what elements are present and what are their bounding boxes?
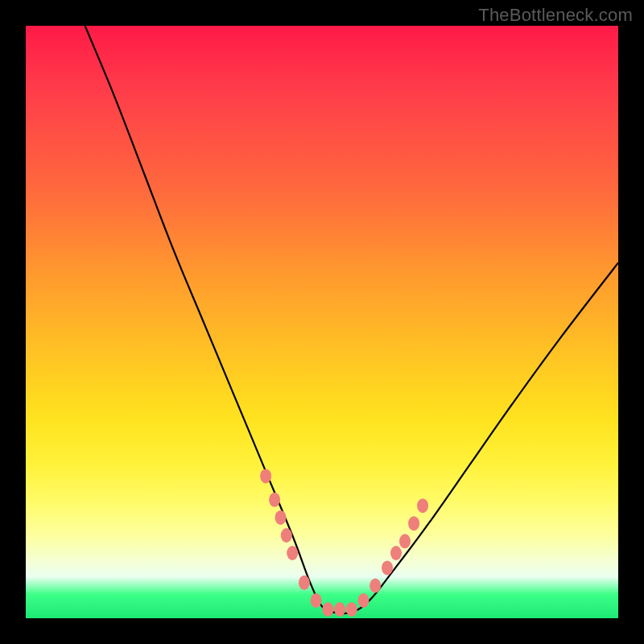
highlight-dot (287, 546, 298, 560)
highlight-dot (417, 498, 428, 513)
highlight-dot (269, 493, 280, 507)
chart-svg (26, 26, 618, 618)
highlight-dot (334, 602, 345, 617)
highlight-dot (299, 576, 310, 590)
highlight-dot (260, 469, 271, 483)
highlight-dots-group (260, 469, 428, 617)
outer-frame: TheBottleneck.com (0, 0, 644, 644)
highlight-dot (275, 510, 287, 525)
watermark-text: TheBottleneck.com (478, 5, 633, 26)
plot-area (26, 26, 618, 618)
highlight-dot (399, 534, 411, 548)
highlight-dot (408, 516, 419, 530)
highlight-dot (346, 602, 357, 617)
highlight-dot (281, 528, 292, 543)
highlight-dot (358, 593, 369, 608)
highlight-dot (369, 579, 381, 593)
highlight-dot (390, 546, 402, 560)
highlight-dot (382, 560, 393, 575)
bottleneck-curve-path (85, 26, 618, 613)
highlight-dot (322, 602, 333, 617)
highlight-dot (311, 593, 322, 608)
